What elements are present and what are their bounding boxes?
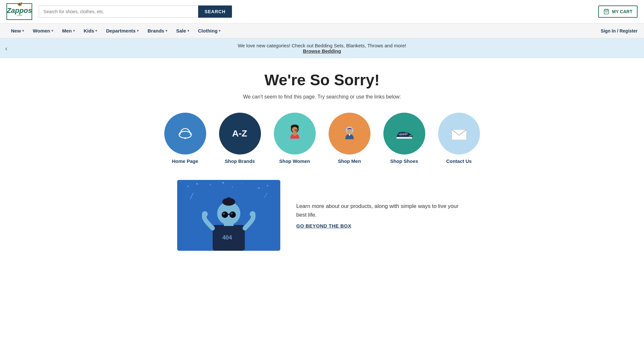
nav-items: New ▾ Women ▾ Men ▾ Kids ▾ Departments ▾… [6, 23, 225, 38]
search-input[interactable] [39, 5, 198, 18]
nav-item-clothing[interactable]: Clothing ▾ [194, 23, 225, 38]
woman-icon [284, 122, 306, 145]
main-content: We're So Sorry! We can't seem to find th… [0, 58, 644, 264]
banner-message: We love new categories! Check out Beddin… [238, 43, 406, 48]
circle-item-men[interactable]: Shop Men [329, 113, 370, 164]
circle-home [164, 113, 206, 155]
cart-button[interactable]: MY CART [598, 5, 638, 18]
cart-label: MY CART [612, 9, 632, 14]
az-icon: A-Z [229, 122, 251, 145]
nav-item-women[interactable]: Women ▾ [28, 23, 58, 38]
promo-image: 404 [177, 180, 280, 251]
svg-point-35 [231, 213, 233, 215]
banner-prev-button[interactable]: ‹ [5, 45, 7, 52]
svg-text:404: 404 [222, 234, 232, 241]
caret-icon: ▾ [95, 29, 97, 33]
logo-subtitle: .com [16, 14, 22, 16]
circle-brands: A-Z [219, 113, 261, 155]
caret-icon: ▾ [166, 29, 167, 33]
banner: ‹ We love new categories! Check out Bedd… [0, 38, 644, 58]
caret-icon: ▾ [137, 29, 139, 33]
circle-item-home[interactable]: Home Page [164, 113, 206, 164]
nav-item-kids[interactable]: Kids ▾ [79, 23, 102, 38]
logo-box[interactable]: 🦋 Zappos .com [6, 3, 32, 20]
caret-icon: ▾ [73, 29, 75, 33]
cart-icon [603, 9, 609, 14]
caret-icon: ▾ [22, 29, 24, 33]
banner-link[interactable]: Browse Bedding [303, 48, 341, 54]
svg-text:A-Z: A-Z [232, 128, 247, 138]
circle-item-women[interactable]: Shop Women [274, 113, 316, 164]
promo-body-text: Learn more about our products, along wit… [296, 202, 467, 219]
error-subtitle: We can't seem to find this page. Try sea… [6, 94, 638, 100]
circle-shoes [383, 113, 425, 155]
nav-item-departments[interactable]: Departments ▾ [101, 23, 143, 38]
svg-point-2 [184, 137, 186, 139]
svg-point-8 [293, 131, 297, 136]
promo-section: 404 [177, 180, 467, 251]
butterfly-icon: 🦋 [17, 1, 22, 6]
header: 🦋 Zappos .com SEARCH MY CART [0, 0, 644, 23]
circle-label-home: Home Page [172, 158, 198, 164]
circle-men [329, 113, 370, 155]
svg-rect-33 [227, 214, 230, 215]
envelope-icon [448, 122, 470, 145]
caret-icon: ▾ [187, 29, 189, 33]
caret-icon: ▾ [219, 29, 220, 33]
nav-item-men[interactable]: Men ▾ [58, 23, 79, 38]
circle-label-contact: Contact Us [446, 158, 472, 164]
circle-item-shoes[interactable]: Shop Shoes [383, 113, 425, 164]
search-button[interactable]: SEARCH [198, 5, 232, 18]
svg-point-14 [411, 135, 412, 136]
cart-area: MY CART [598, 5, 638, 18]
svg-rect-12 [396, 137, 412, 139]
search-area: SEARCH [39, 5, 232, 18]
circle-item-brands[interactable]: A-Z Shop Brands [219, 113, 261, 164]
logo-text: Zappos [7, 7, 32, 14]
nav-bar: New ▾ Women ▾ Men ▾ Kids ▾ Departments ▾… [0, 23, 644, 38]
circle-item-contact[interactable]: Contact Us [438, 113, 480, 164]
circle-label-brands: Shop Brands [225, 158, 255, 164]
svg-point-37 [250, 211, 255, 217]
svg-point-13 [409, 135, 410, 136]
circle-contact [438, 113, 480, 155]
svg-point-30 [226, 197, 231, 202]
man-icon [338, 122, 361, 145]
caret-icon: ▾ [52, 29, 53, 33]
error-title: We're So Sorry! [6, 71, 638, 89]
nav-item-brands[interactable]: Brands ▾ [143, 23, 172, 38]
nav-item-sale[interactable]: Sale ▾ [172, 23, 194, 38]
circle-label-women: Shop Women [279, 158, 310, 164]
circle-label-men: Shop Men [338, 158, 361, 164]
svg-point-36 [202, 211, 208, 217]
sneaker-icon [393, 122, 416, 145]
logo-area[interactable]: 🦋 Zappos .com [6, 3, 32, 20]
circle-women [274, 113, 316, 155]
promo-text-area: Learn more about our products, along wit… [296, 202, 467, 229]
promo-illustration: 404 [177, 180, 280, 251]
promo-cta-link[interactable]: GO BEYOND THE BOX [296, 223, 351, 229]
nav-item-new[interactable]: New ▾ [6, 23, 28, 38]
sign-in-link[interactable]: Sign In / Register [601, 28, 638, 33]
shoe-outline-icon [174, 122, 197, 145]
circles-row: Home Page A-Z Shop Brands [6, 113, 638, 164]
svg-point-34 [223, 213, 225, 215]
circle-label-shoes: Shop Shoes [390, 158, 418, 164]
